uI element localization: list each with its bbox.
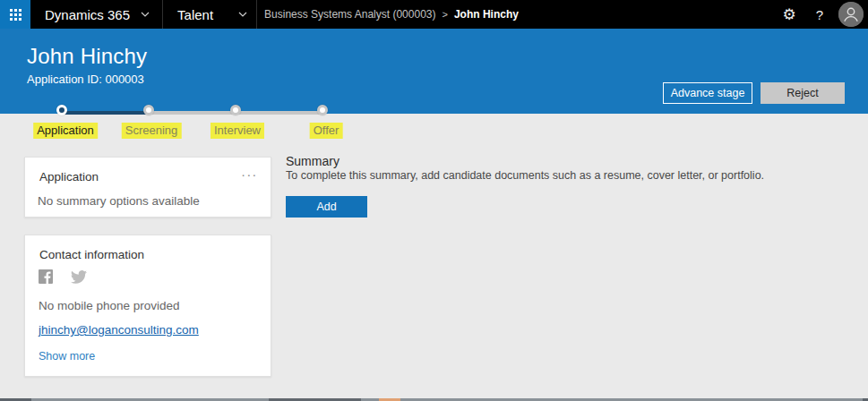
application-card: Application ... No summary options avail… (24, 157, 271, 218)
account-avatar[interactable] (838, 2, 864, 27)
reject-button[interactable]: Reject (761, 82, 845, 104)
contact-card-title: Contact information (39, 248, 144, 261)
summary-description: To complete this summary, add candidate … (286, 169, 841, 182)
help-button[interactable]: ? (804, 0, 835, 29)
module-label: Talent (177, 7, 213, 22)
contact-information-card: Contact information No mobile phone prov… (24, 235, 271, 377)
breadcrumb-parent-link[interactable]: Business Systems Analyst (000003) (264, 8, 435, 21)
stage-label-application[interactable]: Application (33, 123, 98, 139)
add-document-button[interactable]: Add (286, 196, 367, 218)
stage-circle-screening[interactable] (143, 105, 154, 115)
show-more-link[interactable]: Show more (39, 350, 95, 363)
waffle-icon (10, 9, 21, 21)
candidate-email-link[interactable]: jhinchy@loganconsulting.com (39, 323, 199, 337)
stage-label-screening[interactable]: Screening (122, 123, 182, 139)
application-card-title: Application (39, 170, 99, 183)
chevron-down-icon (238, 12, 247, 17)
candidate-header: John Hinchy Application ID: 000003 Advan… (0, 29, 868, 114)
stage-label-interview[interactable]: Interview (211, 123, 264, 139)
facebook-icon (39, 269, 53, 284)
facebook-button[interactable] (39, 269, 53, 284)
dynamics365-menu[interactable]: Dynamics 365 (30, 0, 162, 29)
stage-circle-application[interactable] (56, 105, 67, 115)
twitter-icon (71, 270, 87, 284)
dynamics365-label: Dynamics 365 (45, 7, 130, 22)
top-navigation-bar: Dynamics 365 Talent Business Systems Ana… (0, 0, 868, 29)
dynamics-talent-window: Dynamics 365 Talent Business Systems Ana… (0, 0, 868, 401)
app-launcher-button[interactable] (0, 0, 30, 29)
page-title: John Hinchy (27, 44, 147, 69)
twitter-button[interactable] (71, 270, 87, 284)
breadcrumb: Business Systems Analyst (000003) > John… (264, 8, 519, 21)
advance-stage-button[interactable]: Advance stage (663, 82, 752, 104)
summary-heading: Summary (286, 154, 339, 168)
topbar-divider (256, 0, 257, 29)
breadcrumb-current: John Hinchy (454, 8, 519, 21)
chevron-down-icon (141, 12, 150, 17)
application-id: Application ID: 000003 (27, 73, 144, 86)
breadcrumb-separator: > (442, 9, 447, 20)
mobile-phone-status: No mobile phone provided (39, 299, 180, 312)
settings-button[interactable]: ⚙ (774, 0, 804, 29)
social-links (39, 269, 87, 284)
help-icon: ? (816, 7, 823, 22)
stage-circle-offer[interactable] (317, 105, 328, 115)
stage-track-completed (64, 111, 151, 115)
more-options-button[interactable]: ... (241, 165, 258, 178)
gear-icon: ⚙ (782, 7, 795, 22)
stage-circle-interview[interactable] (230, 105, 241, 115)
person-icon (838, 2, 864, 27)
stage-label-offer[interactable]: Offer (310, 123, 343, 139)
module-menu-talent[interactable]: Talent (163, 0, 256, 29)
topbar-actions: ⚙ ? (774, 0, 868, 29)
application-card-body: No summary options available (38, 194, 200, 208)
